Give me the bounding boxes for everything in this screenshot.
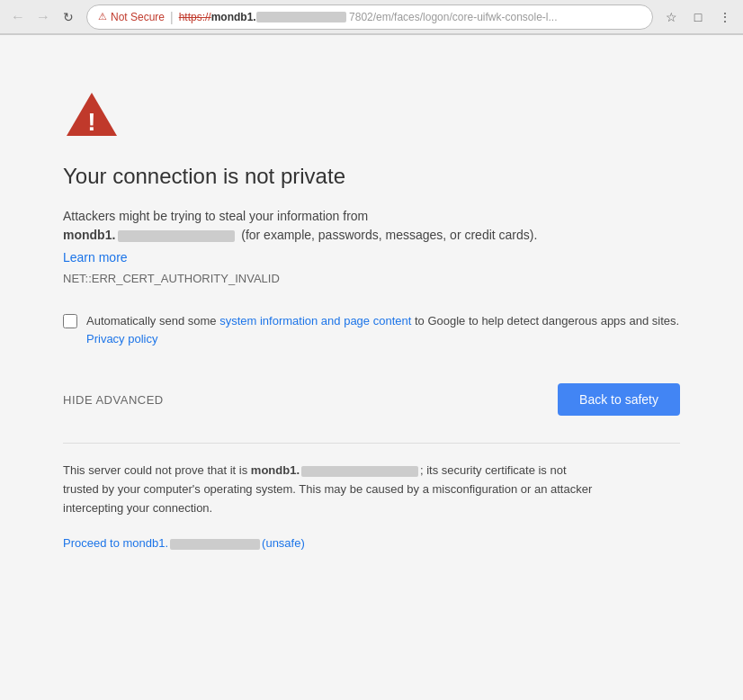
- security-warning: ⚠ Not Secure: [98, 11, 165, 23]
- action-bar: HIDE ADVANCED Back to safety: [63, 383, 680, 416]
- warning-icon-container: !: [63, 89, 680, 142]
- domain-blurred: [118, 230, 235, 242]
- page-content: ! Your connection is not private Attacke…: [0, 35, 743, 700]
- forward-button[interactable]: →: [32, 6, 54, 28]
- address-separator: |: [170, 10, 174, 24]
- advanced-section: This server could not prove that it is m…: [63, 462, 603, 517]
- warning-triangle-small-icon: ⚠: [98, 11, 107, 22]
- back-to-safety-button[interactable]: Back to safety: [558, 383, 680, 416]
- page-title: Your connection is not private: [63, 164, 680, 189]
- send-info-checkbox[interactable]: [63, 314, 77, 328]
- domain-name: mondb1.: [63, 228, 115, 242]
- domain-blurred-bar: [256, 12, 346, 22]
- browser-chrome: ← → ↻ ⚠ Not Secure | https://mondb1. 780…: [0, 0, 743, 35]
- extension-button[interactable]: □: [687, 6, 709, 28]
- https-part: https://: [179, 11, 211, 23]
- menu-button[interactable]: ⋮: [714, 6, 736, 28]
- advanced-domain: mondb1.: [251, 463, 300, 477]
- path-part: 7802/em/faces/logon/core-uifwk-console-l…: [349, 11, 557, 23]
- checkbox-label: Automatically send some system informati…: [86, 312, 680, 347]
- hide-advanced-button[interactable]: HIDE ADVANCED: [63, 393, 164, 407]
- system-info-link[interactable]: system information and page content: [219, 314, 411, 328]
- checkbox-section: Automatically send some system informati…: [63, 312, 680, 347]
- checkbox-wrapper: [63, 314, 77, 331]
- domain-part: mondb1.: [211, 11, 256, 23]
- proceed-link[interactable]: Proceed to mondb1.(unsafe): [63, 536, 305, 550]
- address-bar[interactable]: ⚠ Not Secure | https://mondb1. 7802/em/f…: [86, 4, 653, 30]
- browser-toolbar: ← → ↻ ⚠ Not Secure | https://mondb1. 780…: [0, 0, 743, 34]
- description-text: Attackers might be trying to steal your …: [63, 207, 680, 245]
- toolbar-icons: ☆ □ ⋮: [660, 6, 736, 28]
- divider: [63, 443, 680, 444]
- not-secure-label: Not Secure: [111, 11, 165, 23]
- privacy-policy-link[interactable]: Privacy policy: [86, 332, 157, 346]
- warning-triangle-icon: !: [63, 89, 121, 139]
- svg-text:!: !: [87, 108, 95, 136]
- nav-buttons: ← → ↻: [7, 6, 79, 28]
- proceed-blurred: [170, 539, 260, 550]
- advanced-domain-blurred: [301, 466, 418, 477]
- error-code: NET::ERR_CERT_AUTHORITY_INVALID: [63, 272, 680, 285]
- address-text: https://mondb1. 7802/em/faces/logon/core…: [179, 11, 641, 23]
- bookmark-button[interactable]: ☆: [660, 6, 682, 28]
- learn-more-link[interactable]: Learn more: [63, 250, 128, 265]
- refresh-button[interactable]: ↻: [58, 6, 79, 28]
- back-button[interactable]: ←: [7, 6, 29, 28]
